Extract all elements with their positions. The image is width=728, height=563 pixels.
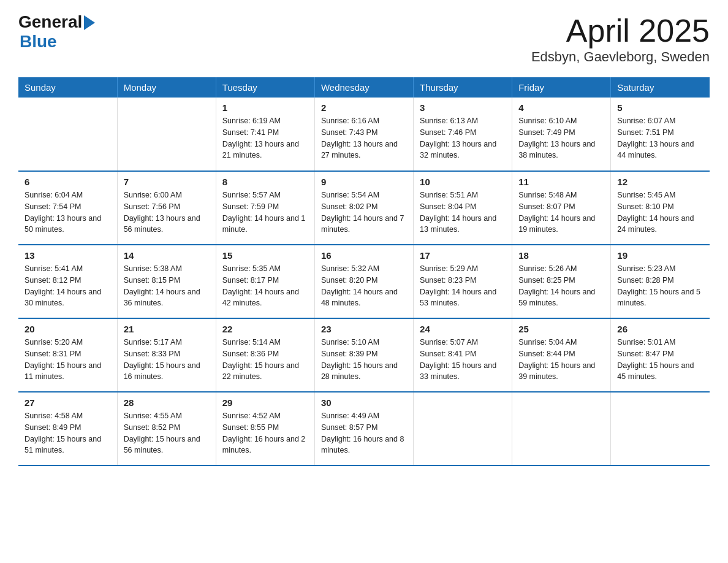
day-info: Sunrise: 6:07 AM Sunset: 7:51 PM Dayligh…	[617, 115, 703, 161]
calendar-cell: 4Sunrise: 6:10 AM Sunset: 7:49 PM Daylig…	[512, 98, 611, 171]
day-number: 24	[420, 324, 506, 334]
calendar-header-sunday: Sunday	[18, 77, 117, 98]
day-number: 8	[222, 177, 308, 187]
calendar-cell: 24Sunrise: 5:07 AM Sunset: 8:41 PM Dayli…	[414, 318, 512, 392]
calendar-header-row: SundayMondayTuesdayWednesdayThursdayFrid…	[18, 77, 710, 98]
calendar-header-thursday: Thursday	[414, 77, 512, 98]
day-info: Sunrise: 5:20 AM Sunset: 8:31 PM Dayligh…	[25, 337, 111, 383]
logo-general-text: General	[18, 12, 82, 32]
calendar-header-saturday: Saturday	[611, 77, 710, 98]
day-info: Sunrise: 6:16 AM Sunset: 7:43 PM Dayligh…	[321, 115, 407, 161]
day-number: 20	[25, 324, 111, 334]
day-number: 1	[222, 102, 308, 113]
calendar-cell: 9Sunrise: 5:54 AM Sunset: 8:02 PM Daylig…	[314, 171, 413, 245]
calendar-cell: 25Sunrise: 5:04 AM Sunset: 8:44 PM Dayli…	[512, 318, 611, 392]
day-info: Sunrise: 6:04 AM Sunset: 7:54 PM Dayligh…	[25, 190, 111, 236]
calendar-week-row: 6Sunrise: 6:04 AM Sunset: 7:54 PM Daylig…	[18, 171, 710, 245]
calendar-cell: 10Sunrise: 5:51 AM Sunset: 8:04 PM Dayli…	[414, 171, 512, 245]
day-info: Sunrise: 5:35 AM Sunset: 8:17 PM Dayligh…	[222, 263, 308, 309]
day-number: 26	[617, 324, 703, 334]
page-header: General Blue April 2025 Edsbyn, Gaevlebo…	[18, 12, 710, 65]
calendar-week-row: 27Sunrise: 4:58 AM Sunset: 8:49 PM Dayli…	[18, 392, 710, 465]
page-subtitle: Edsbyn, Gaevleborg, Sweden	[531, 49, 710, 65]
day-info: Sunrise: 5:45 AM Sunset: 8:10 PM Dayligh…	[617, 190, 703, 236]
day-number: 16	[321, 250, 407, 261]
day-info: Sunrise: 5:14 AM Sunset: 8:36 PM Dayligh…	[222, 337, 308, 383]
day-info: Sunrise: 5:17 AM Sunset: 8:33 PM Dayligh…	[124, 337, 210, 383]
calendar-cell	[117, 98, 216, 171]
calendar-header-friday: Friday	[512, 77, 611, 98]
calendar-cell: 29Sunrise: 4:52 AM Sunset: 8:55 PM Dayli…	[216, 392, 314, 465]
calendar-cell	[18, 98, 117, 171]
day-info: Sunrise: 5:01 AM Sunset: 8:47 PM Dayligh…	[617, 337, 703, 383]
day-number: 19	[617, 250, 703, 261]
calendar-header-monday: Monday	[117, 77, 216, 98]
day-info: Sunrise: 5:38 AM Sunset: 8:15 PM Dayligh…	[124, 263, 210, 309]
calendar-cell: 1Sunrise: 6:19 AM Sunset: 7:41 PM Daylig…	[216, 98, 314, 171]
calendar-week-row: 1Sunrise: 6:19 AM Sunset: 7:41 PM Daylig…	[18, 98, 710, 171]
day-number: 15	[222, 250, 308, 261]
calendar-cell: 15Sunrise: 5:35 AM Sunset: 8:17 PM Dayli…	[216, 245, 314, 318]
calendar-cell	[512, 392, 611, 465]
day-number: 25	[518, 324, 604, 334]
day-number: 14	[124, 250, 210, 261]
day-number: 12	[617, 177, 703, 187]
calendar-cell: 17Sunrise: 5:29 AM Sunset: 8:23 PM Dayli…	[414, 245, 512, 318]
day-info: Sunrise: 5:23 AM Sunset: 8:28 PM Dayligh…	[617, 263, 703, 309]
day-number: 17	[420, 250, 506, 261]
calendar-header-wednesday: Wednesday	[314, 77, 413, 98]
day-number: 11	[518, 177, 604, 187]
day-number: 29	[222, 397, 308, 408]
calendar-cell: 11Sunrise: 5:48 AM Sunset: 8:07 PM Dayli…	[512, 171, 611, 245]
calendar-week-row: 20Sunrise: 5:20 AM Sunset: 8:31 PM Dayli…	[18, 318, 710, 392]
day-info: Sunrise: 4:49 AM Sunset: 8:57 PM Dayligh…	[321, 410, 407, 456]
calendar-cell: 12Sunrise: 5:45 AM Sunset: 8:10 PM Dayli…	[611, 171, 710, 245]
day-info: Sunrise: 5:10 AM Sunset: 8:39 PM Dayligh…	[321, 337, 407, 383]
calendar-cell: 14Sunrise: 5:38 AM Sunset: 8:15 PM Dayli…	[117, 245, 216, 318]
calendar-header-tuesday: Tuesday	[216, 77, 314, 98]
calendar-cell: 28Sunrise: 4:55 AM Sunset: 8:52 PM Dayli…	[117, 392, 216, 465]
day-number: 13	[25, 250, 111, 261]
title-section: April 2025 Edsbyn, Gaevleborg, Sweden	[531, 12, 710, 65]
day-info: Sunrise: 4:52 AM Sunset: 8:55 PM Dayligh…	[222, 410, 308, 456]
day-info: Sunrise: 5:29 AM Sunset: 8:23 PM Dayligh…	[420, 263, 506, 309]
logo: General Blue	[18, 12, 95, 52]
calendar-cell: 5Sunrise: 6:07 AM Sunset: 7:51 PM Daylig…	[611, 98, 710, 171]
logo-blue-text: Blue	[20, 32, 57, 52]
calendar-cell: 30Sunrise: 4:49 AM Sunset: 8:57 PM Dayli…	[314, 392, 413, 465]
day-number: 28	[124, 397, 210, 408]
day-number: 10	[420, 177, 506, 187]
day-number: 18	[518, 250, 604, 261]
page-title: April 2025	[531, 12, 710, 49]
day-info: Sunrise: 4:58 AM Sunset: 8:49 PM Dayligh…	[25, 410, 111, 456]
calendar-cell: 16Sunrise: 5:32 AM Sunset: 8:20 PM Dayli…	[314, 245, 413, 318]
day-info: Sunrise: 5:07 AM Sunset: 8:41 PM Dayligh…	[420, 337, 506, 383]
calendar-cell: 19Sunrise: 5:23 AM Sunset: 8:28 PM Dayli…	[611, 245, 710, 318]
calendar-cell: 2Sunrise: 6:16 AM Sunset: 7:43 PM Daylig…	[314, 98, 413, 171]
day-number: 4	[518, 102, 604, 113]
day-info: Sunrise: 5:41 AM Sunset: 8:12 PM Dayligh…	[25, 263, 111, 309]
calendar-cell: 20Sunrise: 5:20 AM Sunset: 8:31 PM Dayli…	[18, 318, 117, 392]
day-number: 27	[25, 397, 111, 408]
calendar-cell: 26Sunrise: 5:01 AM Sunset: 8:47 PM Dayli…	[611, 318, 710, 392]
calendar-week-row: 13Sunrise: 5:41 AM Sunset: 8:12 PM Dayli…	[18, 245, 710, 318]
day-number: 22	[222, 324, 308, 334]
day-number: 9	[321, 177, 407, 187]
day-number: 3	[420, 102, 506, 113]
day-info: Sunrise: 6:10 AM Sunset: 7:49 PM Dayligh…	[518, 115, 604, 161]
calendar-cell	[611, 392, 710, 465]
day-info: Sunrise: 5:04 AM Sunset: 8:44 PM Dayligh…	[518, 337, 604, 383]
day-number: 2	[321, 102, 407, 113]
calendar-cell: 23Sunrise: 5:10 AM Sunset: 8:39 PM Dayli…	[314, 318, 413, 392]
day-number: 5	[617, 102, 703, 113]
day-number: 21	[124, 324, 210, 334]
day-number: 23	[321, 324, 407, 334]
day-info: Sunrise: 5:57 AM Sunset: 7:59 PM Dayligh…	[222, 190, 308, 236]
calendar-cell: 6Sunrise: 6:04 AM Sunset: 7:54 PM Daylig…	[18, 171, 117, 245]
calendar-cell	[414, 392, 512, 465]
calendar-cell: 8Sunrise: 5:57 AM Sunset: 7:59 PM Daylig…	[216, 171, 314, 245]
day-number: 6	[25, 177, 111, 187]
day-number: 30	[321, 397, 407, 408]
calendar-cell: 13Sunrise: 5:41 AM Sunset: 8:12 PM Dayli…	[18, 245, 117, 318]
day-number: 7	[124, 177, 210, 187]
